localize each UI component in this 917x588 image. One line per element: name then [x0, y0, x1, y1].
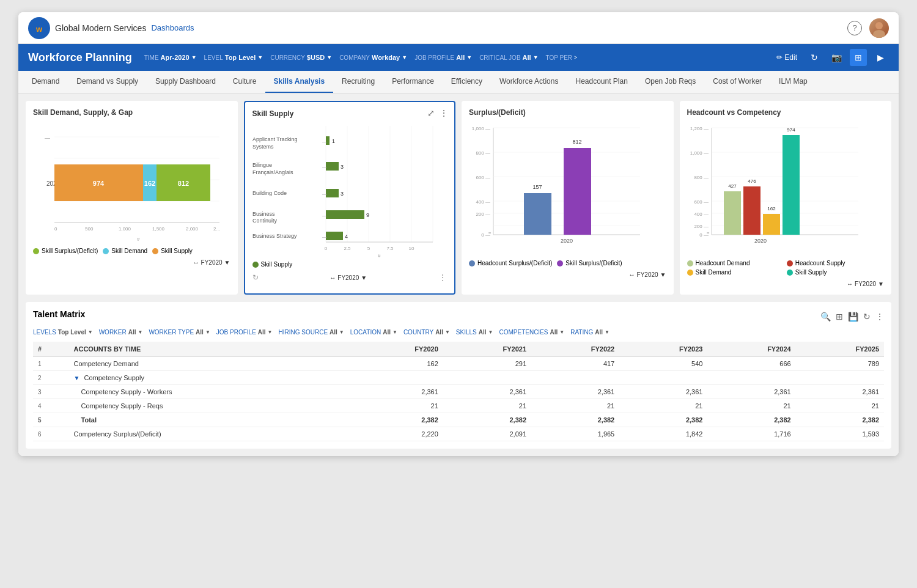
filter-levels[interactable]: LEVELS Top Level ▼ [33, 329, 93, 336]
chart2-more[interactable]: ⋮ [438, 273, 447, 282]
talent-matrix-section: Talent Matrix 🔍 ⊞ 💾 ↻ ⋮ LEVELS Top Level… [26, 302, 891, 449]
cell-fy2023: 2,361 [619, 385, 707, 399]
filter-hiring-source[interactable]: HIRING SOURCE All ▼ [279, 329, 344, 336]
tab-demand-vs-supply[interactable]: Demand vs Supply [68, 71, 147, 94]
filter-company[interactable]: COMPANY Workday ▼ [339, 54, 407, 61]
help-icon[interactable]: ? [847, 21, 862, 35]
svg-text:2...: 2... [213, 226, 220, 232]
svg-text:0: 0 [54, 226, 57, 232]
tab-skills-analysis[interactable]: Skills Analysis [265, 71, 334, 94]
filter-country[interactable]: COUNTRY All ▼ [403, 329, 450, 336]
export-icon[interactable]: ⊞ [836, 312, 843, 322]
svg-text:400 —: 400 — [694, 211, 709, 217]
table-toolbar: 🔍 ⊞ 💾 ↻ ⋮ [820, 312, 884, 322]
chart4-fy-selector[interactable]: ↔ FY2020 ▼ [847, 281, 884, 287]
svg-text:476: 476 [748, 178, 756, 184]
chart3-svg: 1,000 — 800 — 600 — 400 — 200 — 0 — ≈ 15… [469, 122, 652, 256]
filter-worker[interactable]: WORKER All ▼ [99, 329, 143, 336]
tab-culture[interactable]: Culture [224, 71, 265, 94]
tab-ilm-map[interactable]: ILM Map [770, 71, 816, 94]
svg-text:3: 3 [341, 164, 344, 170]
cell-fy2023: 1,842 [619, 427, 707, 441]
svg-text:—: — [322, 234, 327, 240]
cell-fy2020 [355, 371, 443, 385]
filter-time[interactable]: TIME Apr-2020 ▼ [144, 54, 197, 61]
expand-icon[interactable]: ⤢ [427, 108, 435, 118]
cell-fy2023: 21 [619, 399, 707, 413]
svg-text:157: 157 [532, 184, 542, 190]
svg-text:#: # [378, 253, 381, 257]
filter-skills[interactable]: SKILLS All ▼ [456, 329, 493, 336]
legend-headcount-surplus: Headcount Surplus/(Deficit) [469, 260, 552, 266]
charts-row: Skill Demand, Supply, & Gap — [26, 101, 891, 295]
tab-recruiting[interactable]: Recruiting [333, 71, 383, 94]
dashboards-link[interactable]: Dashboards [151, 23, 194, 32]
svg-text:1,000 —: 1,000 — [690, 150, 708, 156]
tab-headcount-plan[interactable]: Headcount Plan [567, 71, 636, 94]
filter-critical-job[interactable]: CRITICAL JOB All ▼ [479, 54, 538, 61]
chart2-footer: ↻ ↔ FY2020 ▼ ⋮ [252, 273, 447, 282]
chart3-fy-selector[interactable]: ↔ FY2020 ▼ [629, 271, 666, 278]
menu-icon[interactable]: ⋮ [440, 108, 448, 118]
table-row: 2 ▼ Competency Supply [33, 371, 884, 385]
svg-text:Français/Anglais: Français/Anglais [252, 169, 293, 175]
col-fy2023: FY2023 [619, 342, 707, 357]
filter-job-profile[interactable]: JOB PROFILE All ▼ [414, 54, 472, 61]
tab-performance[interactable]: Performance [383, 71, 443, 94]
svg-text:Systems: Systems [252, 144, 274, 150]
chart2-fy-selector[interactable]: ↔ FY2020 ▼ [330, 274, 367, 281]
filter-top-per[interactable]: TOP PER > [546, 54, 578, 61]
cell-fy2021: 2,382 [443, 413, 531, 427]
filter-level[interactable]: LEVEL Top Level ▼ [204, 54, 263, 61]
svg-text:0: 0 [324, 246, 327, 251]
chart2-svg: Applicant Tracking Systems 1 — Bilingue … [252, 123, 436, 257]
logo-area: w Global Modern Services Dashboards [28, 17, 194, 39]
svg-text:1: 1 [332, 138, 335, 144]
chart1-fy-selector[interactable]: ↔ FY2020 ▼ [193, 259, 230, 266]
tab-cost-of-worker[interactable]: Cost of Worker [704, 71, 770, 94]
search-icon[interactable]: 🔍 [820, 312, 831, 322]
tab-demand[interactable]: Demand [23, 71, 68, 94]
more-options-icon[interactable]: ⋮ [875, 312, 884, 322]
row-num: 6 [33, 427, 69, 441]
svg-rect-96 [724, 191, 741, 235]
grid-view-button[interactable]: ⊞ [850, 49, 867, 66]
refresh-table-icon[interactable]: ↻ [863, 312, 871, 322]
edit-button[interactable]: ✏ Edit [773, 51, 801, 64]
svg-point-1 [875, 22, 883, 29]
user-avatar[interactable] [869, 18, 889, 38]
svg-text:2020: 2020 [561, 238, 573, 244]
video-button[interactable]: ▶ [872, 49, 889, 66]
svg-text:200 —: 200 — [694, 224, 709, 229]
refresh-button[interactable]: ↻ [806, 49, 823, 66]
svg-rect-42 [326, 189, 339, 197]
chart2-area: Applicant Tracking Systems 1 — Bilingue … [252, 123, 447, 257]
cell-fy2025: 789 [796, 357, 884, 371]
filter-location[interactable]: LOCATION All ▼ [350, 329, 397, 336]
cell-fy2025: 21 [796, 399, 884, 413]
svg-text:1,000: 1,000 [119, 226, 131, 232]
tab-supply-dashboard[interactable]: Supply Dashboard [147, 71, 224, 94]
table-row: 4 Competency Supply - Reqs 21 21 21 21 2… [33, 399, 884, 413]
filter-rating[interactable]: RATING All ▼ [570, 329, 609, 336]
tab-open-job-reqs[interactable]: Open Job Reqs [636, 71, 704, 94]
chart-surplus-deficit: Surplus/(Deficit) [462, 101, 674, 295]
cell-fy2020: 162 [355, 357, 443, 371]
filter-job-profile-table[interactable]: JOB PROFILE All ▼ [216, 329, 273, 336]
save-icon[interactable]: 💾 [848, 312, 858, 322]
svg-text:Applicant Tracking: Applicant Tracking [252, 136, 298, 142]
svg-text:Continuity: Continuity [252, 218, 278, 224]
filter-competencies[interactable]: COMPETENCIES All ▼ [499, 329, 564, 336]
filter-currency[interactable]: CURRENCY $USD ▼ [270, 54, 332, 61]
chart2-refresh[interactable]: ↻ [252, 273, 259, 282]
filter-worker-type[interactable]: WORKER TYPE All ▼ [149, 329, 210, 336]
tab-workforce-actions[interactable]: Workforce Actions [491, 71, 567, 94]
chart2-actions[interactable]: ⤢ ⋮ [427, 108, 448, 118]
camera-button[interactable]: 📷 [828, 49, 845, 66]
tab-efficiency[interactable]: Efficiency [443, 71, 491, 94]
header-bar: Workforce Planning TIME Apr-2020 ▼ LEVEL… [18, 44, 899, 71]
cell-fy2024: 2,361 [707, 385, 795, 399]
svg-text:9: 9 [366, 212, 369, 218]
legend-skill-surplus-3: Skill Surplus/(Deficit) [557, 260, 622, 266]
cell-fy2023 [619, 371, 707, 385]
